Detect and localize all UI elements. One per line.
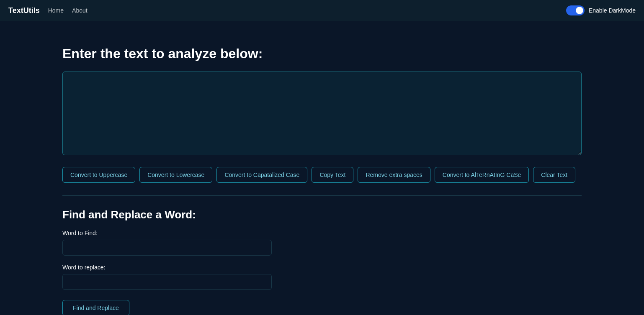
section-divider <box>62 195 582 196</box>
convert-capitalized-button[interactable]: Convert to Capatalized Case <box>216 167 307 183</box>
about-link[interactable]: About <box>72 7 88 14</box>
word-to-find-input[interactable] <box>62 240 272 256</box>
find-replace-title: Find and Replace a Word: <box>62 208 582 221</box>
darkmode-label: Enable DarkMode <box>589 7 636 14</box>
buttons-row: Convert to Uppercase Convert to Lowercas… <box>62 167 582 183</box>
word-to-replace-label: Word to replace: <box>62 264 582 271</box>
word-to-find-label: Word to Find: <box>62 230 582 236</box>
home-link[interactable]: Home <box>48 7 64 14</box>
navbar: TextUtils Home About Enable DarkMode <box>0 0 644 21</box>
textarea-container <box>62 72 582 157</box>
clear-text-button[interactable]: Clear Text <box>533 167 575 183</box>
word-to-replace-group: Word to replace: <box>62 264 582 290</box>
word-to-find-group: Word to Find: <box>62 230 582 256</box>
copy-text-button[interactable]: Copy Text <box>312 167 353 183</box>
convert-uppercase-button[interactable]: Convert to Uppercase <box>62 167 135 183</box>
main-textarea[interactable] <box>62 72 582 155</box>
convert-lowercase-button[interactable]: Convert to Lowercase <box>139 167 212 183</box>
remove-spaces-button[interactable]: Remove extra spaces <box>358 167 430 183</box>
navbar-right: Enable DarkMode <box>566 5 636 15</box>
toggle-slider <box>566 5 585 15</box>
find-replace-button[interactable]: Find and Replace <box>62 300 129 315</box>
section-title: Enter the text to analyze below: <box>62 46 582 61</box>
darkmode-toggle[interactable] <box>566 5 585 15</box>
word-to-replace-input[interactable] <box>62 274 272 290</box>
convert-alternating-button[interactable]: Convert to AlTeRnAtInG CaSe <box>435 167 529 183</box>
main-content: Enter the text to analyze below: Convert… <box>29 21 615 315</box>
navbar-brand[interactable]: TextUtils <box>8 6 40 15</box>
